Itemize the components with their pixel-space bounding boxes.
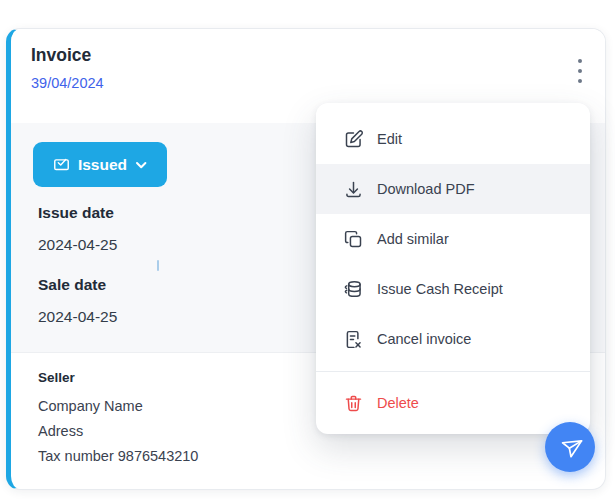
status-label: Issued — [78, 156, 127, 174]
menu-item-edit[interactable]: Edit — [316, 114, 590, 164]
seller-section: Seller Company Name Adress Tax number 98… — [38, 370, 198, 469]
menu-item-label: Add similar — [377, 231, 449, 247]
menu-item-label: Cancel invoice — [377, 331, 471, 347]
seller-address: Adress — [38, 419, 198, 444]
menu-item-label: Edit — [377, 131, 402, 147]
envelope-check-icon — [53, 156, 70, 173]
menu-item-download-pdf[interactable]: Download PDF — [316, 164, 590, 214]
menu-item-delete[interactable]: Delete — [316, 378, 590, 428]
context-menu: Edit Download PDF Add similar Issue Cash… — [316, 103, 590, 434]
copy-icon — [343, 229, 364, 250]
page-title: Invoice — [31, 45, 91, 66]
menu-divider — [316, 371, 590, 372]
menu-item-issue-cash-receipt[interactable]: Issue Cash Receipt — [316, 264, 590, 314]
seller-company-name: Company Name — [38, 394, 198, 419]
send-icon — [556, 433, 584, 461]
trash-icon — [343, 393, 364, 414]
menu-item-label: Download PDF — [377, 181, 475, 197]
seller-tax-number: Tax number 9876543210 — [38, 444, 198, 469]
send-fab-button[interactable] — [545, 422, 595, 472]
issue-date-value: 2024-04-25 — [38, 236, 117, 254]
menu-item-label: Delete — [377, 395, 419, 411]
sale-date-value: 2024-04-25 — [38, 308, 117, 326]
text-cursor-artifact — [157, 260, 159, 271]
sale-date-label: Sale date — [38, 276, 106, 294]
seller-label: Seller — [38, 370, 198, 385]
cash-receipt-icon — [343, 279, 364, 300]
menu-item-add-similar[interactable]: Add similar — [316, 214, 590, 264]
file-x-icon — [343, 329, 364, 350]
status-dropdown-button[interactable]: Issued — [33, 142, 167, 187]
menu-item-cancel-invoice[interactable]: Cancel invoice — [316, 314, 590, 364]
issue-date-label: Issue date — [38, 204, 114, 222]
menu-item-label: Issue Cash Receipt — [377, 281, 503, 297]
edit-icon — [343, 129, 364, 150]
more-options-button[interactable] — [565, 49, 595, 93]
invoice-number-link[interactable]: 39/04/2024 — [31, 75, 104, 91]
chevron-down-icon — [135, 159, 147, 171]
download-icon — [343, 179, 364, 200]
kebab-icon — [578, 59, 582, 83]
